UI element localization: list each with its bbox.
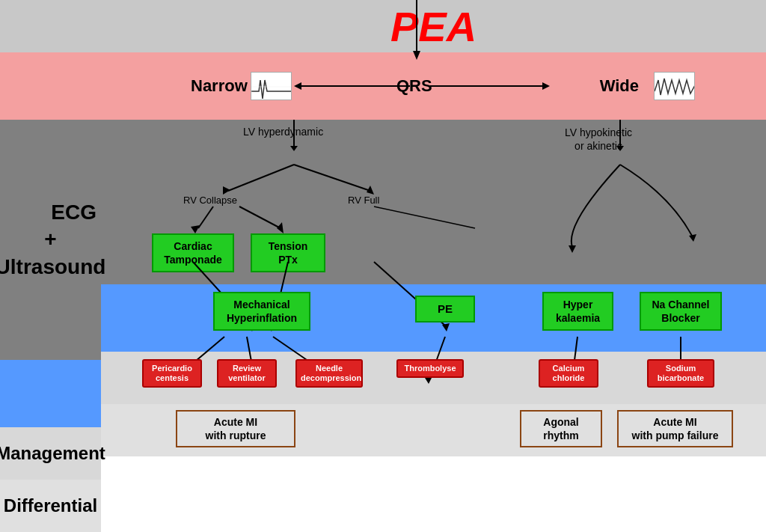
- ecg-row: Narrow QRS: [101, 52, 766, 120]
- svg-line-16: [198, 207, 213, 228]
- svg-marker-21: [689, 234, 696, 242]
- review-ventilator-box: Reviewventilator: [217, 359, 277, 388]
- ecg-ultrasound-label: ECG + Ultrasound: [0, 172, 105, 308]
- mechanical-hyperinflation-box: MechanicalHyperinflation: [213, 292, 310, 331]
- svg-marker-19: [277, 222, 284, 233]
- svg-marker-20: [569, 245, 576, 253]
- narrow-ecg-thumbnail: [251, 72, 292, 100]
- acute-mi-pump-box: Acute MIwith pump failure: [617, 410, 733, 447]
- svg-marker-5: [542, 82, 550, 90]
- svg-line-14: [294, 165, 370, 191]
- wide-label: Wide: [600, 76, 639, 96]
- pea-title: PEA: [390, 2, 477, 51]
- svg-line-18: [239, 207, 281, 228]
- qrs-label: QRS: [396, 76, 432, 96]
- narrow-label: Narrow: [191, 76, 248, 96]
- svg-marker-13: [223, 186, 230, 195]
- management-row: Pericardiocentesis Reviewventilator Need…: [101, 352, 766, 404]
- differential-label: Differential: [4, 495, 97, 516]
- differential-row: Acute MIwith rupture Agonalrhythm Acute …: [101, 404, 766, 456]
- management-label: Management: [0, 443, 105, 464]
- svg-marker-3: [294, 82, 301, 90]
- lv-hypokinetic-label: LV hypokineticor akinetic: [565, 126, 632, 153]
- calcium-chloride-box: Calciumchloride: [539, 359, 598, 388]
- svg-marker-7: [413, 51, 420, 60]
- acute-mi-rupture-box: Acute MIwith rupture: [176, 410, 295, 447]
- svg-line-12: [228, 165, 294, 191]
- rv-full-label: RV Full: [348, 195, 379, 206]
- pe-box: PE: [415, 296, 475, 322]
- svg-marker-17: [191, 225, 200, 233]
- rv-collapse-label: RV Collapse: [183, 195, 237, 206]
- svg-marker-9: [290, 146, 298, 151]
- needle-decompression-box: Needledecompression: [295, 359, 363, 388]
- pericardiocentesis-box: Pericardiocentesis: [142, 359, 202, 388]
- na-channel-blocker-box: Na ChannelBlocker: [640, 292, 722, 331]
- thrombolyse-box: Thrombolyse: [396, 359, 464, 378]
- pea-row: PEA: [101, 0, 766, 52]
- agonal-rhythm-box: Agonalrhythm: [520, 410, 602, 447]
- lv-hyperdynamic-label: LV hyperdynamic: [243, 126, 323, 138]
- hyperkalaemia-box: Hyperkalaemia: [542, 292, 613, 331]
- svg-line-22: [374, 207, 475, 228]
- wide-ecg-thumbnail: [654, 72, 695, 100]
- sodium-bicarbonate-box: Sodiumbicarbonate: [647, 359, 714, 388]
- echo-row: LV hyperdynamic LV hypokineticor akineti…: [101, 120, 766, 284]
